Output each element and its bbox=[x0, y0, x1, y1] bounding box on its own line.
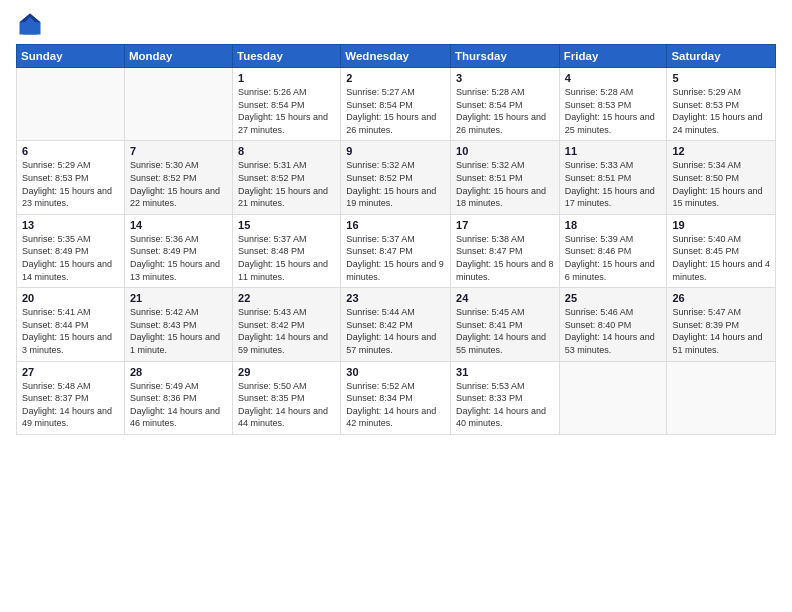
day-detail: Sunrise: 5:34 AMSunset: 8:50 PMDaylight:… bbox=[672, 159, 770, 209]
day-number: 29 bbox=[238, 366, 335, 378]
day-number: 9 bbox=[346, 145, 445, 157]
day-detail: Sunrise: 5:49 AMSunset: 8:36 PMDaylight:… bbox=[130, 380, 227, 430]
day-number: 30 bbox=[346, 366, 445, 378]
day-detail: Sunrise: 5:27 AMSunset: 8:54 PMDaylight:… bbox=[346, 86, 445, 136]
calendar-cell: 18Sunrise: 5:39 AMSunset: 8:46 PMDayligh… bbox=[559, 214, 667, 287]
calendar-cell: 9Sunrise: 5:32 AMSunset: 8:52 PMDaylight… bbox=[341, 141, 451, 214]
calendar-cell: 8Sunrise: 5:31 AMSunset: 8:52 PMDaylight… bbox=[233, 141, 341, 214]
day-detail: Sunrise: 5:30 AMSunset: 8:52 PMDaylight:… bbox=[130, 159, 227, 209]
day-detail: Sunrise: 5:53 AMSunset: 8:33 PMDaylight:… bbox=[456, 380, 554, 430]
day-detail: Sunrise: 5:33 AMSunset: 8:51 PMDaylight:… bbox=[565, 159, 662, 209]
page-header bbox=[16, 10, 776, 38]
calendar-cell bbox=[667, 361, 776, 434]
calendar-cell: 5Sunrise: 5:29 AMSunset: 8:53 PMDaylight… bbox=[667, 68, 776, 141]
calendar-cell: 17Sunrise: 5:38 AMSunset: 8:47 PMDayligh… bbox=[451, 214, 560, 287]
day-number: 31 bbox=[456, 366, 554, 378]
calendar-cell: 26Sunrise: 5:47 AMSunset: 8:39 PMDayligh… bbox=[667, 288, 776, 361]
day-number: 13 bbox=[22, 219, 119, 231]
calendar-table: SundayMondayTuesdayWednesdayThursdayFrid… bbox=[16, 44, 776, 435]
day-number: 24 bbox=[456, 292, 554, 304]
day-number: 18 bbox=[565, 219, 662, 231]
calendar-cell: 21Sunrise: 5:42 AMSunset: 8:43 PMDayligh… bbox=[124, 288, 232, 361]
col-header-tuesday: Tuesday bbox=[233, 45, 341, 68]
day-detail: Sunrise: 5:32 AMSunset: 8:52 PMDaylight:… bbox=[346, 159, 445, 209]
col-header-sunday: Sunday bbox=[17, 45, 125, 68]
day-number: 17 bbox=[456, 219, 554, 231]
day-number: 10 bbox=[456, 145, 554, 157]
week-row-1: 1Sunrise: 5:26 AMSunset: 8:54 PMDaylight… bbox=[17, 68, 776, 141]
day-detail: Sunrise: 5:32 AMSunset: 8:51 PMDaylight:… bbox=[456, 159, 554, 209]
calendar-cell: 29Sunrise: 5:50 AMSunset: 8:35 PMDayligh… bbox=[233, 361, 341, 434]
calendar-cell: 7Sunrise: 5:30 AMSunset: 8:52 PMDaylight… bbox=[124, 141, 232, 214]
day-detail: Sunrise: 5:36 AMSunset: 8:49 PMDaylight:… bbox=[130, 233, 227, 283]
calendar-cell: 15Sunrise: 5:37 AMSunset: 8:48 PMDayligh… bbox=[233, 214, 341, 287]
svg-rect-2 bbox=[23, 25, 37, 35]
day-detail: Sunrise: 5:43 AMSunset: 8:42 PMDaylight:… bbox=[238, 306, 335, 356]
calendar-cell: 31Sunrise: 5:53 AMSunset: 8:33 PMDayligh… bbox=[451, 361, 560, 434]
day-number: 25 bbox=[565, 292, 662, 304]
day-number: 5 bbox=[672, 72, 770, 84]
col-header-monday: Monday bbox=[124, 45, 232, 68]
calendar-cell: 4Sunrise: 5:28 AMSunset: 8:53 PMDaylight… bbox=[559, 68, 667, 141]
day-number: 1 bbox=[238, 72, 335, 84]
col-header-friday: Friday bbox=[559, 45, 667, 68]
calendar-cell: 23Sunrise: 5:44 AMSunset: 8:42 PMDayligh… bbox=[341, 288, 451, 361]
day-number: 15 bbox=[238, 219, 335, 231]
week-row-2: 6Sunrise: 5:29 AMSunset: 8:53 PMDaylight… bbox=[17, 141, 776, 214]
calendar-cell: 10Sunrise: 5:32 AMSunset: 8:51 PMDayligh… bbox=[451, 141, 560, 214]
calendar-cell: 25Sunrise: 5:46 AMSunset: 8:40 PMDayligh… bbox=[559, 288, 667, 361]
day-detail: Sunrise: 5:39 AMSunset: 8:46 PMDaylight:… bbox=[565, 233, 662, 283]
day-number: 2 bbox=[346, 72, 445, 84]
day-detail: Sunrise: 5:26 AMSunset: 8:54 PMDaylight:… bbox=[238, 86, 335, 136]
logo bbox=[16, 10, 48, 38]
calendar-cell: 19Sunrise: 5:40 AMSunset: 8:45 PMDayligh… bbox=[667, 214, 776, 287]
calendar-header-row: SundayMondayTuesdayWednesdayThursdayFrid… bbox=[17, 45, 776, 68]
calendar-cell bbox=[559, 361, 667, 434]
day-number: 7 bbox=[130, 145, 227, 157]
calendar-cell bbox=[124, 68, 232, 141]
day-detail: Sunrise: 5:44 AMSunset: 8:42 PMDaylight:… bbox=[346, 306, 445, 356]
week-row-4: 20Sunrise: 5:41 AMSunset: 8:44 PMDayligh… bbox=[17, 288, 776, 361]
calendar-cell: 22Sunrise: 5:43 AMSunset: 8:42 PMDayligh… bbox=[233, 288, 341, 361]
day-detail: Sunrise: 5:38 AMSunset: 8:47 PMDaylight:… bbox=[456, 233, 554, 283]
week-row-3: 13Sunrise: 5:35 AMSunset: 8:49 PMDayligh… bbox=[17, 214, 776, 287]
calendar-cell: 16Sunrise: 5:37 AMSunset: 8:47 PMDayligh… bbox=[341, 214, 451, 287]
day-detail: Sunrise: 5:42 AMSunset: 8:43 PMDaylight:… bbox=[130, 306, 227, 356]
day-number: 11 bbox=[565, 145, 662, 157]
day-detail: Sunrise: 5:28 AMSunset: 8:53 PMDaylight:… bbox=[565, 86, 662, 136]
day-number: 14 bbox=[130, 219, 227, 231]
day-number: 28 bbox=[130, 366, 227, 378]
col-header-thursday: Thursday bbox=[451, 45, 560, 68]
day-number: 26 bbox=[672, 292, 770, 304]
day-detail: Sunrise: 5:35 AMSunset: 8:49 PMDaylight:… bbox=[22, 233, 119, 283]
day-detail: Sunrise: 5:52 AMSunset: 8:34 PMDaylight:… bbox=[346, 380, 445, 430]
calendar-cell: 14Sunrise: 5:36 AMSunset: 8:49 PMDayligh… bbox=[124, 214, 232, 287]
day-detail: Sunrise: 5:37 AMSunset: 8:47 PMDaylight:… bbox=[346, 233, 445, 283]
calendar-cell bbox=[17, 68, 125, 141]
logo-icon bbox=[16, 10, 44, 38]
col-header-saturday: Saturday bbox=[667, 45, 776, 68]
day-number: 19 bbox=[672, 219, 770, 231]
calendar-cell: 6Sunrise: 5:29 AMSunset: 8:53 PMDaylight… bbox=[17, 141, 125, 214]
day-number: 4 bbox=[565, 72, 662, 84]
week-row-5: 27Sunrise: 5:48 AMSunset: 8:37 PMDayligh… bbox=[17, 361, 776, 434]
calendar-cell: 1Sunrise: 5:26 AMSunset: 8:54 PMDaylight… bbox=[233, 68, 341, 141]
calendar-cell: 12Sunrise: 5:34 AMSunset: 8:50 PMDayligh… bbox=[667, 141, 776, 214]
day-number: 27 bbox=[22, 366, 119, 378]
calendar-cell: 28Sunrise: 5:49 AMSunset: 8:36 PMDayligh… bbox=[124, 361, 232, 434]
day-detail: Sunrise: 5:28 AMSunset: 8:54 PMDaylight:… bbox=[456, 86, 554, 136]
calendar-cell: 27Sunrise: 5:48 AMSunset: 8:37 PMDayligh… bbox=[17, 361, 125, 434]
calendar-cell: 30Sunrise: 5:52 AMSunset: 8:34 PMDayligh… bbox=[341, 361, 451, 434]
day-number: 20 bbox=[22, 292, 119, 304]
day-detail: Sunrise: 5:41 AMSunset: 8:44 PMDaylight:… bbox=[22, 306, 119, 356]
calendar-cell: 2Sunrise: 5:27 AMSunset: 8:54 PMDaylight… bbox=[341, 68, 451, 141]
calendar-cell: 3Sunrise: 5:28 AMSunset: 8:54 PMDaylight… bbox=[451, 68, 560, 141]
day-number: 12 bbox=[672, 145, 770, 157]
day-number: 23 bbox=[346, 292, 445, 304]
col-header-wednesday: Wednesday bbox=[341, 45, 451, 68]
calendar-cell: 13Sunrise: 5:35 AMSunset: 8:49 PMDayligh… bbox=[17, 214, 125, 287]
day-detail: Sunrise: 5:29 AMSunset: 8:53 PMDaylight:… bbox=[22, 159, 119, 209]
day-detail: Sunrise: 5:29 AMSunset: 8:53 PMDaylight:… bbox=[672, 86, 770, 136]
day-detail: Sunrise: 5:40 AMSunset: 8:45 PMDaylight:… bbox=[672, 233, 770, 283]
day-number: 6 bbox=[22, 145, 119, 157]
